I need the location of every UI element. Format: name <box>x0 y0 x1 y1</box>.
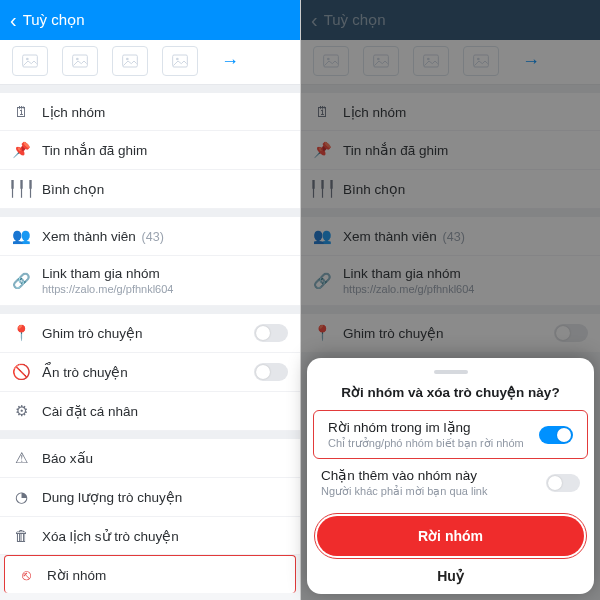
settings-list: 🗓︎ Lịch nhóm 📌 Tin nhắn đã ghim ╿╿╿ Bình… <box>0 85 300 600</box>
svg-rect-4 <box>123 55 138 67</box>
header-title: Tuỳ chọn <box>23 11 85 29</box>
sheet-title: Rời nhóm và xóa trò chuyện này? <box>307 384 594 410</box>
media-thumb[interactable] <box>162 46 198 76</box>
calendar-icon: 🗓︎ <box>12 103 30 120</box>
svg-point-3 <box>76 58 79 61</box>
row-clear-history[interactable]: 🗑︎ Xóa lịch sử trò chuyện <box>0 517 300 555</box>
row-pin-chat[interactable]: 📍 Ghim trò chuyện <box>0 314 300 353</box>
option-leave-silently[interactable]: Rời nhóm trong im lặng Chỉ trưởng/phó nh… <box>313 410 588 459</box>
media-thumb[interactable] <box>112 46 148 76</box>
user-gear-icon: ⚙︎ <box>12 402 30 420</box>
svg-rect-2 <box>73 55 88 67</box>
hide-chat-toggle[interactable] <box>254 363 288 381</box>
media-thumb[interactable] <box>62 46 98 76</box>
confirm-leave-button[interactable]: Rời nhóm <box>317 516 584 556</box>
leave-icon: ⎋ <box>17 566 35 583</box>
cancel-button[interactable]: Huỷ <box>307 556 594 588</box>
row-calendar[interactable]: 🗓︎ Lịch nhóm <box>0 93 300 131</box>
poll-icon: ╿╿╿ <box>12 180 30 198</box>
link-icon: 🔗 <box>12 272 30 290</box>
row-leave-group[interactable]: ⎋ Rời nhóm <box>4 555 296 593</box>
svg-point-5 <box>126 58 129 61</box>
svg-rect-0 <box>23 55 38 67</box>
eye-off-icon: 🚫 <box>12 363 30 381</box>
trash-icon: 🗑︎ <box>12 527 30 544</box>
svg-point-7 <box>176 58 179 61</box>
members-icon: 👥 <box>12 227 30 245</box>
pin-icon: 📌 <box>12 141 30 159</box>
row-members[interactable]: 👥 Xem thành viên (43) <box>0 217 300 256</box>
row-pinned-messages[interactable]: 📌 Tin nhắn đã ghim <box>0 131 300 170</box>
media-thumb[interactable] <box>12 46 48 76</box>
header-left: ‹ Tuỳ chọn <box>0 0 300 40</box>
block-readd-toggle[interactable] <box>546 474 580 492</box>
row-report[interactable]: ⚠︎ Báo xấu <box>0 439 300 478</box>
pie-icon: ◔ <box>12 488 30 506</box>
pin-icon: 📍 <box>12 324 30 342</box>
row-storage[interactable]: ◔ Dung lượng trò chuyện <box>0 478 300 517</box>
row-poll[interactable]: ╿╿╿ Bình chọn <box>0 170 300 209</box>
pin-chat-toggle[interactable] <box>254 324 288 342</box>
warning-icon: ⚠︎ <box>12 449 30 467</box>
svg-rect-6 <box>173 55 188 67</box>
screen-left: ‹ Tuỳ chọn → 🗓︎ Lịch nhóm 📌 Tin nhắn đã … <box>0 0 300 600</box>
svg-point-1 <box>26 58 29 61</box>
leave-group-sheet: Rời nhóm và xóa trò chuyện này? Rời nhóm… <box>307 358 594 594</box>
media-strip: → <box>0 40 300 85</box>
media-more-icon[interactable]: → <box>212 46 248 76</box>
row-hide-chat[interactable]: 🚫 Ẩn trò chuyện <box>0 353 300 392</box>
back-icon[interactable]: ‹ <box>8 10 23 30</box>
row-personal-settings[interactable]: ⚙︎ Cài đặt cá nhân <box>0 392 300 431</box>
grabber[interactable] <box>434 370 468 374</box>
leave-silently-toggle[interactable] <box>539 426 573 444</box>
option-block-readd[interactable]: Chặn thêm vào nhóm này Người khác phải m… <box>307 459 594 506</box>
screen-right: ‹ Tuỳ chọn → 🗓︎Lịch nhóm 📌Tin nhắn đã gh… <box>300 0 600 600</box>
row-join-link[interactable]: 🔗 Link tham gia nhóm https://zalo.me/g/p… <box>0 256 300 306</box>
